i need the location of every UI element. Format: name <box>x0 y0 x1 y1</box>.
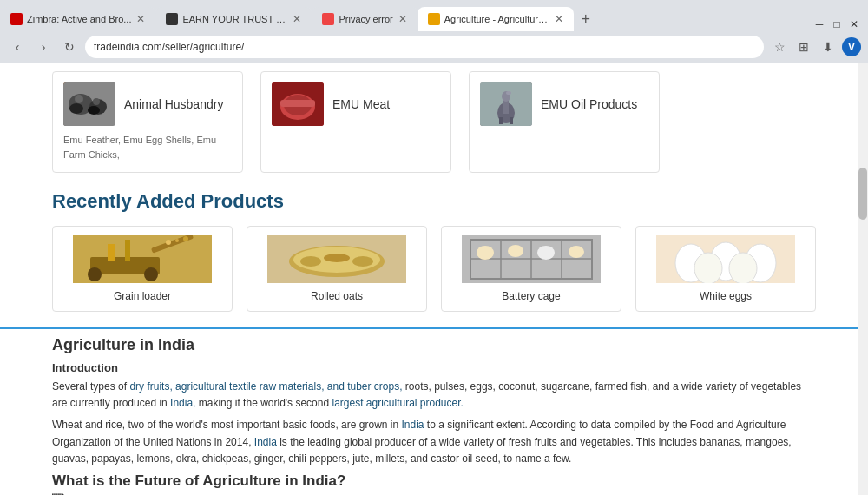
product-image-animal-husbandry <box>63 82 115 126</box>
tab-earn-label: EARN YOUR TRUST STA... <box>182 14 287 24</box>
svg-point-25 <box>166 240 171 245</box>
bookmark-icon[interactable]: ☆ <box>769 36 790 57</box>
product-sub-animal-husbandry: Emu Feather, Emu Egg Shells, Emu Farm Ch… <box>63 133 232 162</box>
product-thumb-grain-loader <box>73 235 212 283</box>
product-card-grain-loader[interactable]: Grain loader <box>52 226 233 312</box>
recently-added-section: Recently Added Products <box>0 182 868 320</box>
close-tab-agri[interactable]: ✕ <box>555 13 563 25</box>
svg-point-5 <box>69 103 83 114</box>
svg-point-6 <box>88 106 100 115</box>
product-thumb-battery-cage <box>462 235 601 283</box>
svg-point-43 <box>569 246 584 258</box>
download-icon[interactable]: ⬇ <box>818 36 838 57</box>
tab-zimbra[interactable]: Zimbra: Active and Bro... ✕ <box>0 7 155 31</box>
favicon-agri <box>428 13 440 25</box>
product-card-inner-emu-oil: EMU Oil Products <box>480 82 637 126</box>
section-title-recently-added: Recently Added Products <box>52 190 816 213</box>
product-title-emu-meat: EMU Meat <box>332 97 390 111</box>
agriculture-section: Agriculture in India Introduction Severa… <box>0 327 868 495</box>
new-tab-button[interactable]: + <box>574 7 598 31</box>
svg-rect-16 <box>510 117 513 124</box>
product-label-battery-cage: Battery cage <box>502 290 560 302</box>
tab-bar: Zimbra: Active and Bro... ✕ EARN YOUR TR… <box>0 0 868 31</box>
product-image-emu-meat <box>272 82 324 126</box>
product-title-emu-oil: EMU Oil Products <box>541 97 637 111</box>
product-title-animal-husbandry: Animal Husbandry <box>124 97 223 111</box>
close-button[interactable]: ✕ <box>847 17 861 31</box>
svg-point-48 <box>694 253 722 283</box>
product-card-emu-meat[interactable]: EMU Meat <box>260 71 451 173</box>
product-image-emu-oil <box>480 82 532 126</box>
favicon-privacy <box>322 13 334 25</box>
product-label-grain-loader: Grain loader <box>114 290 171 302</box>
svg-point-49 <box>729 253 757 283</box>
svg-point-32 <box>324 254 350 262</box>
tab-agri[interactable]: Agriculture - Agriculture... ✕ <box>418 7 574 31</box>
svg-rect-21 <box>125 240 130 261</box>
product-card-rolled-oats[interactable]: Rolled oats <box>247 226 427 312</box>
tab-zimbra-label: Zimbra: Active and Bro... <box>27 14 131 24</box>
svg-point-26 <box>175 239 179 242</box>
svg-point-27 <box>183 236 188 241</box>
product-label-rolled-oats: Rolled oats <box>311 290 363 302</box>
close-tab-zimbra[interactable]: ✕ <box>136 13 145 25</box>
svg-point-40 <box>477 246 494 260</box>
svg-point-17 <box>506 91 511 95</box>
agriculture-main-title: Agriculture in India <box>52 336 816 354</box>
tab-agri-label: Agriculture - Agriculture... <box>444 14 549 24</box>
close-tab-earn[interactable]: ✕ <box>293 13 301 25</box>
product-thumb-rolled-oats <box>267 235 406 283</box>
scrollbar-thumb[interactable] <box>858 168 867 220</box>
products-grid: Grain loader <box>52 226 816 312</box>
product-thumb-white-eggs <box>656 235 795 283</box>
agriculture-intro-heading: Introduction <box>52 361 816 374</box>
agriculture-para2: Wheat and rice, two of the world's most … <box>52 417 816 467</box>
product-card-emu-oil[interactable]: EMU Oil Products <box>469 71 660 173</box>
tab-earn[interactable]: EARN YOUR TRUST STA... ✕ <box>155 7 312 31</box>
page-content: Animal Husbandry Emu Feather, Emu Egg Sh… <box>0 63 868 495</box>
agriculture-para1: Several types of dry fruits, agricultura… <box>52 379 816 412</box>
refresh-button[interactable]: ↻ <box>59 36 80 57</box>
minimize-button[interactable]: ─ <box>812 17 826 31</box>
product-card-white-eggs[interactable]: White eggs <box>635 226 816 312</box>
tab-privacy[interactable]: Privacy error ✕ <box>312 7 417 31</box>
agriculture-future-title: What is the Future of Agriculture in Ind… <box>52 472 816 490</box>
favicon-zimbra <box>10 13 23 25</box>
profile-icon[interactable]: V <box>842 37 861 56</box>
svg-point-42 <box>537 246 555 260</box>
browser-toolbar: ☆ ⊞ ⬇ V <box>769 36 861 57</box>
product-card-inner-emu-meat: EMU Meat <box>272 82 390 126</box>
maximize-button[interactable]: □ <box>830 17 844 31</box>
svg-point-31 <box>300 256 321 267</box>
top-products-section: Animal Husbandry Emu Feather, Emu Egg Sh… <box>0 63 868 182</box>
scrollbar[interactable] <box>858 63 868 495</box>
svg-point-23 <box>144 267 158 281</box>
svg-rect-20 <box>108 244 115 261</box>
back-button[interactable]: ‹ <box>7 36 28 57</box>
extensions-icon[interactable]: ⊞ <box>793 36 814 57</box>
product-card-inner: Animal Husbandry <box>63 82 223 126</box>
address-text: tradeindia.com/seller/agriculture/ <box>94 41 244 53</box>
svg-point-33 <box>352 256 373 267</box>
close-tab-privacy[interactable]: ✕ <box>398 13 407 25</box>
tab-privacy-label: Privacy error <box>339 14 392 24</box>
svg-point-4 <box>93 98 100 105</box>
svg-point-41 <box>508 245 523 257</box>
product-card-battery-cage[interactable]: Battery cage <box>441 226 621 312</box>
svg-point-22 <box>88 267 102 281</box>
product-card-animal-husbandry[interactable]: Animal Husbandry Emu Feather, Emu Egg Sh… <box>52 71 243 173</box>
address-bar-row: ‹ › ↻ tradeindia.com/seller/agriculture/… <box>0 31 868 63</box>
svg-point-3 <box>75 95 83 103</box>
forward-button[interactable]: › <box>33 36 54 57</box>
svg-rect-15 <box>499 117 503 124</box>
favicon-earn <box>166 13 178 25</box>
svg-rect-10 <box>280 100 315 107</box>
product-label-white-eggs: White eggs <box>700 290 752 302</box>
address-input[interactable]: tradeindia.com/seller/agriculture/ <box>85 36 764 58</box>
